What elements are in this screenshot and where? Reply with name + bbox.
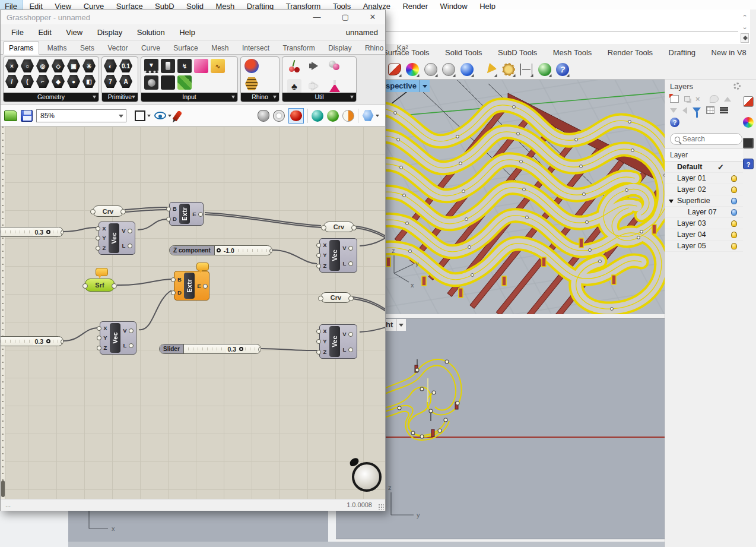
- layer-row[interactable]: Layer 03: [665, 218, 743, 229]
- point-param-icon[interactable]: ◆: [51, 74, 65, 88]
- boolean-param-icon[interactable]: ◐: [103, 59, 117, 73]
- surface-param[interactable]: Srf: [85, 279, 115, 292]
- gradient-icon[interactable]: [194, 59, 208, 73]
- warning-balloon[interactable]: [196, 263, 209, 271]
- tab-transform[interactable]: Transform: [277, 42, 320, 55]
- rhino-geometry-icon[interactable]: [244, 59, 259, 73]
- menu-drafting[interactable]: Drafting: [242, 0, 279, 10]
- zoom-extents-caret[interactable]: [147, 115, 151, 117]
- layer-menu-icon[interactable]: [720, 107, 728, 113]
- integer-param-icon[interactable]: 7: [103, 74, 117, 88]
- color-wheel-icon[interactable]: [405, 62, 420, 77]
- box-param-icon[interactable]: ▣: [66, 59, 81, 73]
- vector-xyz-component[interactable]: X Y Z Vec V L: [319, 238, 357, 273]
- move-up-icon[interactable]: [724, 97, 731, 102]
- layer-row[interactable]: Layer 05: [665, 241, 743, 252]
- menu-mesh[interactable]: Mesh: [211, 0, 239, 10]
- properties-panel-tab[interactable]: [743, 96, 754, 107]
- tab-mesh[interactable]: Mesh: [206, 42, 234, 55]
- layer-visibility-bulb[interactable]: [731, 209, 737, 216]
- viewport-menu-caret[interactable]: [420, 80, 430, 92]
- cone-tool-icon[interactable]: [483, 62, 497, 77]
- layer-visibility-bulb[interactable]: [731, 243, 737, 249]
- document-preview-icon[interactable]: [327, 110, 339, 122]
- gear-icon[interactable]: [733, 83, 741, 90]
- curve-param[interactable]: Crv: [323, 222, 354, 232]
- slider-grip[interactable]: [239, 347, 243, 351]
- surface-param-icon[interactable]: ◎: [36, 59, 50, 73]
- layer-row-child[interactable]: Layer 07: [665, 207, 743, 218]
- number-slider-icon[interactable]: ▼: [144, 59, 158, 73]
- boolean-toggle-icon[interactable]: [161, 59, 175, 73]
- display-settings-caret[interactable]: [376, 115, 379, 117]
- layer-pie-icon[interactable]: [387, 62, 402, 77]
- tree-icon[interactable]: ♣: [287, 79, 301, 93]
- layer-visibility-bulb[interactable]: [731, 232, 737, 238]
- display-settings-icon[interactable]: [362, 110, 374, 122]
- relay-icon[interactable]: [307, 59, 322, 73]
- tab-new-in-v8[interactable]: New in V8: [705, 45, 753, 57]
- gh-menu-edit[interactable]: Edit: [32, 24, 57, 37]
- earth-render-icon[interactable]: [538, 62, 552, 77]
- wireframe-sphere-icon[interactable]: [441, 62, 456, 77]
- data-dam-icon[interactable]: [328, 59, 342, 73]
- menu-subd[interactable]: SubD: [150, 0, 179, 10]
- expand-arrow-icon[interactable]: [669, 200, 674, 203]
- brep-param-icon[interactable]: ◧: [82, 74, 96, 88]
- layer-row-default[interactable]: Default ✓: [665, 162, 743, 173]
- layers-help-icon[interactable]: ?: [670, 118, 679, 127]
- grasshopper-titlebar[interactable]: Grasshopper - unnamed — ▢ ✕: [1, 10, 385, 24]
- named-slider[interactable]: Slider 0.3: [159, 344, 261, 354]
- gh-menu-display[interactable]: Display: [91, 24, 129, 37]
- grasshopper-canvas[interactable]: 0.3 0.3 Z component -1.0 Slider 0.3 Crv …: [1, 127, 385, 499]
- menu-render[interactable]: Render: [398, 0, 433, 10]
- search-input[interactable]: [682, 135, 735, 143]
- viewport-front-strip[interactable]: x: [68, 508, 328, 542]
- group-label-util[interactable]: Util: [282, 93, 356, 102]
- menu-help[interactable]: Help: [475, 0, 500, 10]
- tab-maths[interactable]: Maths: [42, 42, 72, 55]
- tab-params[interactable]: Params: [3, 41, 39, 55]
- menu-file[interactable]: File: [0, 0, 22, 10]
- gh-menu-help[interactable]: Help: [173, 24, 201, 37]
- menu-analyze[interactable]: Analyze: [358, 0, 395, 10]
- viewport-divider-vertical[interactable]: [328, 508, 336, 542]
- layers-search[interactable]: [670, 133, 742, 145]
- zoom-extents-icon[interactable]: [135, 110, 145, 121]
- tab-vector[interactable]: Vector: [102, 42, 133, 55]
- command-scrollbar[interactable]: ⌃ ⌄: [738, 10, 750, 44]
- close-button[interactable]: ✕: [364, 11, 382, 23]
- tab-sets[interactable]: Sets: [75, 42, 100, 55]
- new-sublayer-icon[interactable]: [684, 96, 690, 102]
- layer-visibility-bulb[interactable]: [731, 186, 737, 193]
- number-slider[interactable]: 0.3: [1, 336, 63, 346]
- tab-intersect[interactable]: Intersect: [237, 42, 275, 55]
- layer-visibility-bulb[interactable]: [731, 175, 737, 182]
- command-spinner[interactable]: [741, 33, 749, 43]
- only-draw-preview-icon[interactable]: [312, 110, 323, 122]
- resize-grip[interactable]: [378, 504, 384, 510]
- cylinder-param-icon[interactable]: ●: [66, 74, 81, 88]
- number-param-icon[interactable]: 0.1: [119, 59, 133, 73]
- plane-param-icon[interactable]: ◇: [51, 59, 65, 73]
- tab-drafting[interactable]: Drafting: [662, 45, 703, 57]
- tab-render-tools[interactable]: Render Tools: [601, 45, 659, 57]
- preview-caret[interactable]: [168, 115, 171, 117]
- group-label-geometry[interactable]: Geometry: [4, 93, 99, 102]
- vector-xyz-component[interactable]: X Y Z Vec V L: [100, 321, 136, 355]
- menu-tools[interactable]: Tools: [328, 0, 355, 10]
- layer-row[interactable]: Layer 01: [665, 173, 743, 184]
- group-label-rhino[interactable]: Rhino: [241, 93, 279, 102]
- dimension-icon[interactable]: [519, 62, 533, 77]
- slider-grip[interactable]: [46, 339, 50, 343]
- command-prompt[interactable]: [356, 33, 738, 44]
- layer-row[interactable]: Layer 04: [665, 229, 743, 241]
- circle-param-icon[interactable]: ○: [20, 59, 34, 73]
- curve-param[interactable]: Crv: [93, 205, 123, 217]
- tab-curve[interactable]: Curve: [136, 42, 166, 55]
- button-icon[interactable]: ↯: [177, 59, 192, 73]
- z-component-slider[interactable]: Z component -1.0: [169, 245, 272, 255]
- number-slider[interactable]: 0.3: [1, 227, 63, 237]
- monitor-panel-tab[interactable]: [743, 138, 754, 148]
- menu-surface[interactable]: Surface: [112, 0, 148, 10]
